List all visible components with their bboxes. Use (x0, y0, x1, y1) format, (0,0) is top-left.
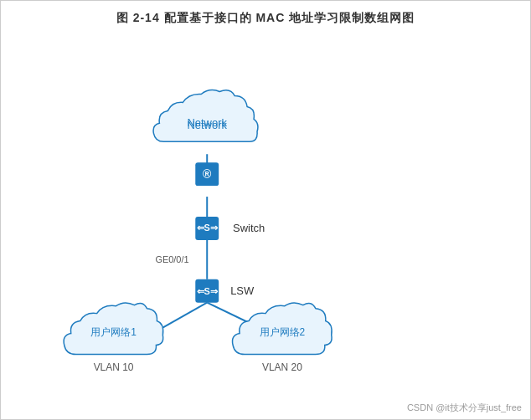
vlan20-label: VLAN 20 (262, 361, 302, 373)
svg-text:用户网络2: 用户网络2 (260, 326, 306, 338)
ge001-label: GE0/0/1 (155, 254, 188, 264)
user-network-2-cloud: 用户网络2 (232, 303, 332, 355)
user-network-1-cloud: 用户网络1 (64, 303, 163, 355)
svg-text:用户网络1: 用户网络1 (90, 326, 137, 338)
page-title: 图 2-14 配置基于接口的 MAC 地址学习限制数组网图 (1, 1, 530, 33)
switch-device: ⇐S⇒ (195, 217, 219, 240)
network-text: Network (187, 116, 227, 129)
svg-text:⇐S⇒: ⇐S⇒ (197, 286, 219, 296)
lsw-device: ⇐S⇒ (195, 279, 219, 303)
page-container: 图 2-14 配置基于接口的 MAC 地址学习限制数组网图 Networ (0, 0, 531, 420)
svg-text:⇐S⇒: ⇐S⇒ (197, 223, 219, 233)
svg-text:®: ® (203, 167, 212, 181)
watermark: CSDN @it技术分享just_free (407, 402, 522, 414)
router-device: ® (195, 162, 219, 186)
switch-label: Switch (233, 222, 265, 234)
lsw-label: LSW (230, 284, 255, 297)
vlan10-label: VLAN 10 (94, 361, 134, 373)
network-diagram: Network Network ® ⇐S⇒ Switch GE0/0/1 (1, 33, 530, 401)
diagram-area: Network Network ® ⇐S⇒ Switch GE0/0/1 (1, 33, 530, 401)
